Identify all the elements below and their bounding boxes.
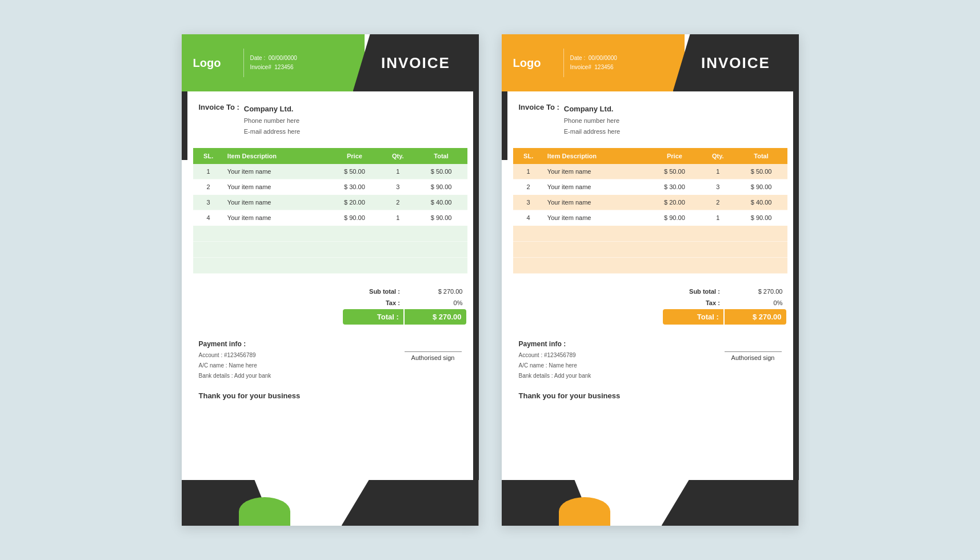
- cell-qty: 2: [701, 195, 735, 210]
- cell-desc: Your item name: [544, 179, 649, 195]
- logo: Logo: [513, 57, 541, 70]
- cell-qty: 1: [701, 210, 735, 226]
- header-info: Date : 00/00/0000 Invoice# 123456: [570, 54, 617, 72]
- cell-desc: Your item name: [224, 210, 329, 226]
- cell-desc: Your item name: [544, 164, 649, 179]
- totals-table: Sub total : $ 270.00 Tax : 0% Total : $ …: [662, 285, 787, 326]
- cell-sl: 4: [513, 210, 544, 226]
- payment-account: Account : #123456789: [199, 350, 271, 361]
- auth-sign-line: [725, 351, 782, 352]
- total-value: $ 270.00: [725, 309, 786, 325]
- table-row: 4 Your item name $ 90.00 1 $ 90.00: [193, 210, 467, 226]
- invoice-table: SL.Item DescriptionPriceQty.Total 1 Your…: [193, 148, 467, 274]
- cell-qty: 3: [381, 179, 415, 195]
- date-line: Date : 00/00/0000: [250, 54, 297, 63]
- table-row: 3 Your item name $ 20.00 2 $ 40.00: [193, 195, 467, 210]
- right-side-bar: [793, 91, 799, 480]
- col-header-4: Total: [735, 148, 787, 164]
- company-name: Company Ltd.: [564, 103, 620, 115]
- cell-sl: 1: [513, 164, 544, 179]
- left-side-bar: [182, 91, 187, 160]
- footer-section: Payment info : Account : #123456789 A/C …: [502, 334, 799, 387]
- auth-sign-block: Authorised sign: [725, 351, 782, 361]
- payment-bank: Bank details : Add your bank: [199, 371, 271, 381]
- cell-total: $ 40.00: [415, 195, 467, 210]
- col-header-0: SL.: [513, 148, 544, 164]
- payment-bank: Bank details : Add your bank: [519, 371, 591, 381]
- header-divider: [243, 49, 244, 77]
- col-header-0: SL.: [193, 148, 224, 164]
- subtotal-row: Sub total : $ 270.00: [663, 286, 786, 297]
- header-side-bar: [793, 34, 799, 91]
- invoice-header: INVOICE Logo Date : 00/00/0000 Invoice# …: [502, 34, 799, 91]
- header-info: Date : 00/00/0000 Invoice# 123456: [250, 54, 297, 72]
- cell-total: $ 50.00: [735, 164, 787, 179]
- invoice-table: SL.Item DescriptionPriceQty.Total 1 Your…: [513, 148, 787, 274]
- cell-sl: 2: [513, 179, 544, 195]
- header-dark-block: INVOICE: [353, 34, 479, 91]
- cell-price: $ 30.00: [329, 179, 381, 195]
- invoice-to-section: Invoice To : Company Ltd. Phone number h…: [502, 91, 799, 142]
- cell-total: $ 50.00: [415, 164, 467, 179]
- header-side-bar: [473, 34, 479, 91]
- cell-price: $ 20.00: [649, 195, 701, 210]
- cell-total: $ 90.00: [415, 179, 467, 195]
- cell-sl: 3: [193, 195, 224, 210]
- thank-you-text: Thank you for your business: [519, 391, 621, 400]
- bottom-decoration: [502, 480, 799, 526]
- total-row: Total : $ 270.00: [663, 309, 786, 325]
- cell-qty: 1: [381, 210, 415, 226]
- bottom-color-arc: [239, 497, 290, 526]
- cell-price: $ 30.00: [649, 179, 701, 195]
- invoice-to-details: Company Ltd. Phone number here E-mail ad…: [244, 103, 300, 137]
- thank-you-section: Thank you for your business: [502, 387, 799, 405]
- left-side-bar: [502, 91, 507, 160]
- empty-row-3: [193, 258, 467, 274]
- company-phone: Phone number here: [244, 115, 300, 126]
- company-name: Company Ltd.: [244, 103, 300, 115]
- total-label: Total :: [343, 309, 403, 325]
- empty-row-2: [193, 242, 467, 258]
- cell-price: $ 90.00: [649, 210, 701, 226]
- auth-sign-block: Authorised sign: [405, 351, 462, 361]
- table-header-row: SL.Item DescriptionPriceQty.Total: [513, 148, 787, 164]
- cell-qty: 3: [701, 179, 735, 195]
- payment-account: Account : #123456789: [519, 350, 591, 361]
- totals-table: Sub total : $ 270.00 Tax : 0% Total : $ …: [342, 285, 467, 326]
- total-row: Total : $ 270.00: [343, 309, 466, 325]
- cell-price: $ 20.00: [329, 195, 381, 210]
- empty-row-3: [513, 258, 787, 274]
- page-container: INVOICE Logo Date : 00/00/0000 Invoice# …: [182, 34, 799, 526]
- payment-info-label: Payment info :: [199, 340, 271, 348]
- tax-row: Tax : 0%: [663, 298, 786, 308]
- payment-info-label: Payment info :: [519, 340, 591, 348]
- table-row: 1 Your item name $ 50.00 1 $ 50.00: [513, 164, 787, 179]
- col-header-1: Item Description: [544, 148, 649, 164]
- logo: Logo: [193, 57, 221, 70]
- col-header-3: Qty.: [701, 148, 735, 164]
- invoice-title: INVOICE: [701, 54, 770, 72]
- cell-price: $ 90.00: [329, 210, 381, 226]
- invoice-to-section: Invoice To : Company Ltd. Phone number h…: [182, 91, 479, 142]
- subtotal-value: $ 270.00: [405, 286, 466, 297]
- auth-sign-line: [405, 351, 462, 352]
- invoice-to-label: Invoice To :: [519, 103, 559, 111]
- cell-price: $ 50.00: [329, 164, 381, 179]
- invoice-num-line: Invoice# 123456: [570, 63, 617, 72]
- table-row: 3 Your item name $ 20.00 2 $ 40.00: [513, 195, 787, 210]
- invoice-to-label: Invoice To :: [199, 103, 239, 111]
- totals-section: Sub total : $ 270.00 Tax : 0% Total : $ …: [182, 279, 479, 331]
- cell-total: $ 90.00: [415, 210, 467, 226]
- tax-value: 0%: [405, 298, 466, 308]
- company-email: E-mail address here: [564, 126, 620, 137]
- tax-label: Tax :: [343, 298, 403, 308]
- empty-row-2: [513, 242, 787, 258]
- table-row: 1 Your item name $ 50.00 1 $ 50.00: [193, 164, 467, 179]
- invoice-num-line: Invoice# 123456: [250, 63, 297, 72]
- payment-info: Payment info : Account : #123456789 A/C …: [519, 340, 591, 381]
- cell-total: $ 40.00: [735, 195, 787, 210]
- col-header-3: Qty.: [381, 148, 415, 164]
- cell-total: $ 90.00: [735, 210, 787, 226]
- subtotal-label: Sub total :: [343, 286, 403, 297]
- right-side-bar: [473, 91, 479, 480]
